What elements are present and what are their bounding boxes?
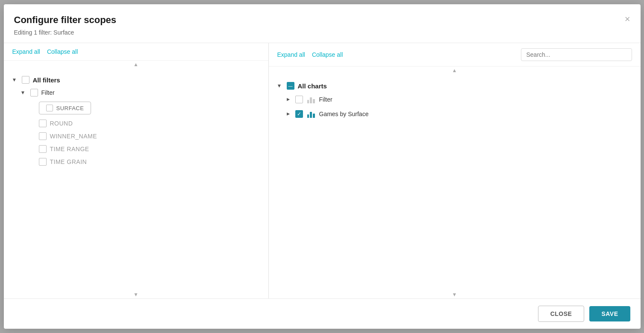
time-grain-label: TIME GRAIN [50, 158, 87, 165]
filter-chart-label: Filter [319, 96, 332, 103]
right-panel-scroll: ▲ ▼ All charts ▼ [269, 67, 641, 298]
all-filters-checkbox[interactable] [22, 76, 29, 84]
left-panel: Expand all Collapse all ▲ ▼ All filters [4, 43, 269, 298]
right-expand-all-button[interactable]: Expand all [277, 51, 305, 58]
surface-checkbox[interactable] [46, 105, 53, 111]
filter-row: ▼ Filter [11, 86, 262, 99]
save-button[interactable]: SAVE [589, 306, 630, 321]
winner-name-checkbox[interactable] [39, 132, 47, 140]
games-by-surface-chevron[interactable]: ▼ [284, 110, 292, 118]
modal-footer: CLOSE SAVE [4, 298, 641, 329]
games-by-surface-checkbox[interactable] [295, 110, 303, 118]
filter-chart-icon [306, 95, 316, 104]
all-charts-checkbox[interactable] [287, 82, 294, 90]
time-range-item: TIME RANGE [11, 143, 262, 155]
close-button[interactable]: CLOSE [538, 306, 585, 322]
winner-name-item: WINNER_NAME [11, 130, 262, 143]
left-panel-content: ▼ All filters ▼ Filter [4, 68, 268, 291]
filter-label: Filter [41, 89, 55, 96]
time-range-checkbox[interactable] [39, 145, 47, 153]
right-panel-toolbar: Expand all Collapse all [269, 43, 641, 67]
modal-body: Expand all Collapse all ▲ ▼ All filters [4, 43, 641, 298]
modal-header: Configure filter scopes Editing 1 filter… [4, 4, 641, 43]
chart-search-input[interactable] [521, 48, 632, 61]
round-label: ROUND [50, 120, 73, 127]
left-scroll-down[interactable]: ▼ [4, 291, 268, 298]
time-range-label: TIME RANGE [50, 146, 89, 152]
left-expand-all-button[interactable]: Expand all [12, 48, 40, 55]
all-filters-chevron[interactable]: ▼ [11, 76, 18, 84]
surface-item: SURFACE [11, 99, 262, 117]
time-grain-item: TIME GRAIN [11, 155, 262, 168]
left-panel-toolbar: Expand all Collapse all [4, 43, 268, 61]
games-by-surface-label: Games by Surface [319, 111, 369, 117]
all-filters-label: All filters [33, 76, 60, 84]
games-by-surface-item: ▼ Games by Surface [276, 107, 634, 121]
round-item: ROUND [11, 117, 262, 130]
right-panel-content: ▼ All charts ▼ [269, 74, 641, 291]
configure-filter-scopes-modal: Configure filter scopes Editing 1 filter… [4, 4, 641, 329]
filter-chart-item: ▼ Filter [276, 92, 634, 107]
modal-subtitle: Editing 1 filter: Surface [14, 29, 630, 36]
left-panel-scroll: ▲ ▼ All filters ▼ Filter [4, 61, 268, 298]
time-grain-checkbox[interactable] [39, 158, 47, 166]
right-panel: Expand all Collapse all ▲ ▼ All charts [269, 43, 641, 298]
surface-filter-tag[interactable]: SURFACE [39, 102, 91, 114]
surface-label: SURFACE [56, 105, 84, 111]
right-scroll-down[interactable]: ▼ [269, 291, 641, 298]
round-checkbox[interactable] [39, 120, 47, 127]
modal-overlay: Configure filter scopes Editing 1 filter… [0, 0, 644, 333]
filter-checkbox[interactable] [30, 89, 38, 96]
all-charts-row: ▼ All charts [276, 79, 634, 92]
left-scroll-up[interactable]: ▲ [4, 61, 268, 68]
winner-name-label: WINNER_NAME [50, 133, 97, 140]
right-collapse-all-button[interactable]: Collapse all [312, 51, 343, 58]
all-charts-label: All charts [298, 82, 327, 90]
all-charts-chevron[interactable]: ▼ [276, 82, 283, 90]
filter-chevron[interactable]: ▼ [19, 89, 27, 96]
all-filters-row: ▼ All filters [11, 73, 262, 86]
left-collapse-all-button[interactable]: Collapse all [47, 48, 78, 55]
filter-chart-chevron[interactable]: ▼ [284, 96, 292, 103]
close-x-button[interactable]: × [623, 13, 632, 26]
modal-title: Configure filter scopes [14, 15, 630, 26]
right-scroll-up[interactable]: ▲ [269, 67, 641, 74]
filter-chart-checkbox[interactable] [295, 96, 303, 103]
games-by-surface-chart-icon [306, 109, 316, 119]
